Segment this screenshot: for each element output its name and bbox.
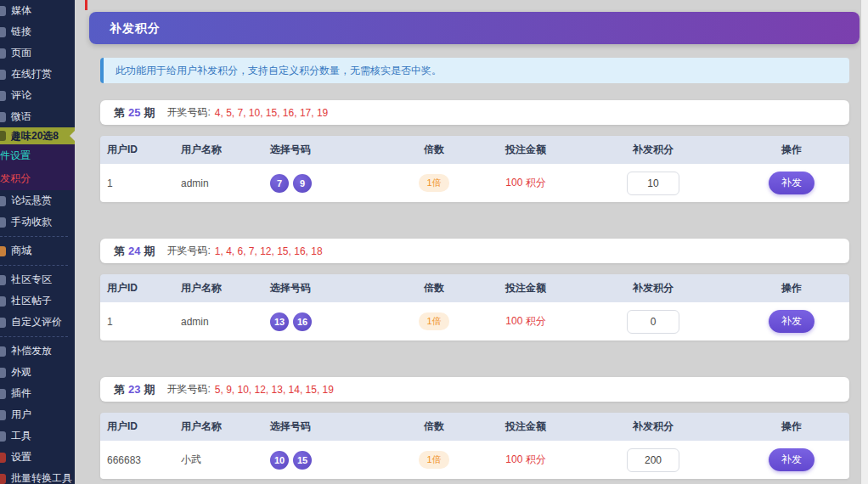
column-header-user-id: 用户ID — [100, 419, 181, 434]
main-content: 补发积分 此功能用于给用户补发积分，支持自定义积分数量，无需核实是否中奖。 第 … — [75, 0, 868, 484]
sidebar-item[interactable]: 件设置 — [0, 144, 75, 167]
column-header-username: 用户名称 — [181, 281, 270, 295]
page-header: 补发积分 — [89, 12, 860, 44]
sidebar-item[interactable]: 在线打赏 — [0, 64, 75, 85]
custom-review-icon — [0, 318, 6, 328]
table-header-row: 用户ID 用户名称 选择号码 倍数 投注金额 补发积分 操作 — [100, 413, 849, 441]
sidebar-item[interactable]: 社区帖子 — [0, 290, 75, 312]
tools-icon — [0, 431, 6, 442]
reissue-button[interactable]: 补发 — [769, 172, 814, 194]
sidebar-item[interactable]: 批量转换工具 — [0, 468, 75, 484]
draw-numbers-value: 1, 4, 6, 7, 12, 15, 16, 18 — [215, 245, 323, 257]
draw-numbers-label: 开奖号码: — [166, 105, 210, 120]
table-header-row: 用户ID 用户名称 选择号码 倍数 投注金额 补发积分 操作 — [100, 136, 849, 164]
community-posts-icon — [0, 296, 6, 307]
mall-icon — [0, 246, 6, 256]
column-header-selected-numbers: 选择号码 — [270, 281, 389, 295]
sidebar-item[interactable]: 媒体 — [0, 0, 75, 21]
selected-numbers-cell: 1015 — [270, 451, 389, 470]
bets-table: 用户ID 用户名称 选择号码 倍数 投注金额 补发积分 操作 1 admin 7… — [100, 136, 849, 202]
users-icon — [0, 410, 6, 420]
periods-container: 第 25 期 开奖号码: 4, 5, 7, 10, 15, 16, 17, 19… — [100, 100, 849, 479]
points-input[interactable] — [627, 310, 679, 334]
sidebar-item[interactable]: 论坛悬赏 — [0, 190, 75, 211]
reissue-button[interactable]: 补发 — [769, 448, 814, 471]
sidebar-item[interactable]: 插件 — [0, 383, 75, 404]
column-header-reissue-points: 补发积分 — [572, 143, 734, 157]
column-header-multiplier: 倍数 — [389, 281, 479, 295]
sidebar: 媒体 链接 页面 在线打赏 评论 微语 趣味20选8 件设置 发积分 论坛悬赏 … — [0, 0, 75, 484]
draw-numbers-value: 5, 9, 10, 12, 13, 14, 15, 19 — [215, 384, 334, 396]
username-cell: admin — [181, 177, 270, 189]
user-id-cell: 1 — [100, 177, 181, 189]
sidebar-item[interactable]: 页面 — [0, 42, 75, 64]
table-body: 1 admin 79 1倍 100 积分 补发 — [100, 164, 849, 202]
sidebar-item-label: 发积分 — [0, 172, 31, 186]
sidebar-item-label: 外观 — [11, 365, 31, 380]
sidebar-divider — [0, 236, 68, 237]
sidebar-divider — [0, 336, 68, 337]
sidebar-item[interactable]: 商城 — [0, 240, 75, 262]
column-header-bet-amount: 投注金额 — [479, 143, 572, 157]
column-header-action: 操作 — [734, 143, 849, 157]
column-header-action: 操作 — [734, 419, 849, 434]
lottery-game-icon — [0, 131, 6, 141]
bet-amount-cell: 100 积分 — [479, 176, 572, 190]
links-icon — [0, 27, 6, 37]
sidebar-item-label: 用户 — [11, 408, 31, 422]
sidebar-item-label: 手动收款 — [11, 215, 52, 229]
sidebar-item-label: 插件 — [11, 386, 31, 401]
page-title: 补发积分 — [89, 12, 860, 44]
community-zone-icon — [0, 275, 6, 285]
points-input[interactable] — [627, 172, 679, 195]
sidebar-item[interactable]: 用户 — [0, 404, 75, 425]
multiplier-badge: 1倍 — [419, 451, 448, 469]
sidebar-item[interactable]: 手动收款 — [0, 211, 75, 233]
notice-box: 此功能用于给用户补发积分，支持自定义积分数量，无需核实是否中奖。 — [100, 58, 849, 83]
bets-table: 用户ID 用户名称 选择号码 倍数 投注金额 补发积分 操作 1 admin 1… — [100, 274, 849, 340]
selected-numbers-cell: 79 — [270, 174, 389, 193]
period-number: 23 — [128, 383, 140, 396]
sidebar-item[interactable]: 补偿发放 — [0, 340, 75, 362]
draw-numbers-value: 4, 5, 7, 10, 15, 16, 17, 19 — [215, 107, 328, 119]
points-input[interactable] — [627, 448, 679, 472]
multiplier-badge: 1倍 — [419, 174, 448, 192]
period-suffix: 期 — [144, 382, 155, 397]
user-id-cell: 666683 — [100, 454, 181, 466]
table-header-row: 用户ID 用户名称 选择号码 倍数 投注金额 补发积分 操作 — [100, 274, 849, 302]
sidebar-item[interactable]: 设置 — [0, 447, 75, 468]
username-cell: 小武 — [181, 453, 270, 467]
column-header-multiplier: 倍数 — [389, 419, 479, 434]
sidebar-item-label: 补偿发放 — [11, 344, 52, 358]
manual-payment-icon — [0, 217, 6, 228]
number-ball: 7 — [270, 174, 289, 193]
sidebar-item[interactable]: 链接 — [0, 21, 75, 42]
sidebar-item-label: 社区帖子 — [11, 294, 52, 308]
period-header: 第 23 期 开奖号码: 5, 9, 10, 12, 13, 14, 15, 1… — [100, 377, 849, 402]
sidebar-divider — [0, 265, 68, 266]
comments-icon — [0, 91, 6, 101]
batch-tool-icon — [0, 474, 6, 484]
sidebar-item[interactable]: 趣味20选8 — [0, 127, 75, 144]
column-header-username: 用户名称 — [181, 143, 270, 157]
sidebar-item[interactable]: 评论 — [0, 85, 75, 106]
sidebar-item-label: 件设置 — [0, 149, 31, 163]
column-header-action: 操作 — [734, 281, 849, 295]
sidebar-item[interactable]: 自定义评价 — [0, 312, 75, 333]
microblog-icon — [0, 112, 6, 122]
sidebar-item[interactable]: 工具 — [0, 425, 75, 447]
sidebar-item[interactable]: 外观 — [0, 362, 75, 383]
column-header-reissue-points: 补发积分 — [572, 281, 734, 295]
period-section: 第 25 期 开奖号码: 4, 5, 7, 10, 15, 16, 17, 19… — [100, 100, 849, 202]
sidebar-item[interactable]: 社区专区 — [0, 269, 75, 290]
reissue-button[interactable]: 补发 — [769, 310, 814, 333]
sidebar-item[interactable]: 发积分 — [0, 167, 75, 190]
number-ball: 13 — [270, 312, 289, 331]
notice-text: 此功能用于给用户补发积分，支持自定义积分数量，无需核实是否中奖。 — [116, 64, 442, 78]
number-ball: 10 — [270, 451, 289, 470]
scrollbar-track[interactable] — [860, 0, 868, 484]
compensation-icon — [0, 346, 6, 357]
period-header: 第 24 期 开奖号码: 1, 4, 6, 7, 12, 15, 16, 18 — [100, 239, 849, 263]
sidebar-item[interactable]: 微语 — [0, 106, 75, 127]
table-body: 666683 小武 1015 1倍 100 积分 补发 — [100, 441, 849, 479]
